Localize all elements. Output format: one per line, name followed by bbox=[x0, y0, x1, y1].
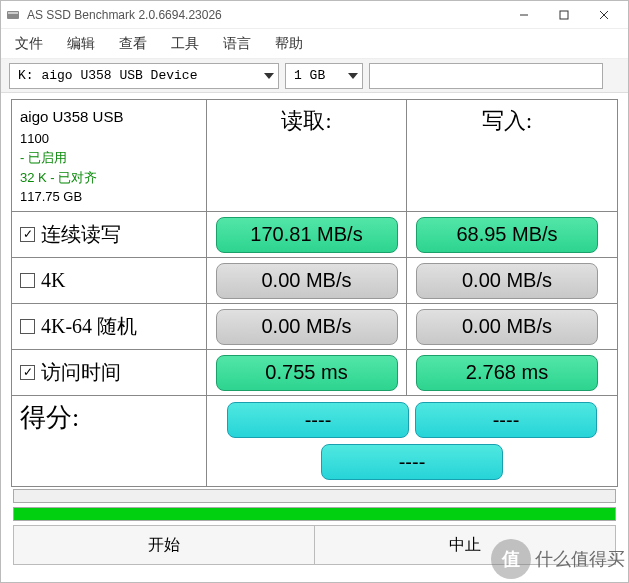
seq-checkbox[interactable]: ✓ bbox=[20, 227, 35, 242]
score-total: ---- bbox=[321, 444, 503, 480]
seq-label: 连续读写 bbox=[41, 221, 121, 248]
seq-write-value: 68.95 MB/s bbox=[416, 217, 598, 253]
menu-edit[interactable]: 编辑 bbox=[67, 35, 95, 53]
device-spec: 1100 bbox=[20, 129, 123, 149]
read-header: 读取: bbox=[207, 100, 407, 211]
minimize-button[interactable] bbox=[504, 2, 544, 28]
toolbar: K: aigo U358 USB Device 1 GB bbox=[1, 59, 628, 93]
chevron-down-icon bbox=[264, 68, 274, 83]
device-name: aigo U358 USB bbox=[20, 106, 123, 129]
device-info-cell: aigo U358 USB 1100 - 已启用 32 K - 已对齐 117.… bbox=[12, 100, 207, 211]
header-row: aigo U358 USB 1100 - 已启用 32 K - 已对齐 117.… bbox=[12, 100, 617, 212]
score-write: ---- bbox=[415, 402, 597, 438]
size-select-value: 1 GB bbox=[294, 68, 325, 83]
4k-write-value: 0.00 MB/s bbox=[416, 263, 598, 299]
window-title: AS SSD Benchmark 2.0.6694.23026 bbox=[27, 8, 504, 22]
device-alignment: 32 K - 已对齐 bbox=[20, 168, 123, 188]
access-checkbox[interactable]: ✓ bbox=[20, 365, 35, 380]
app-window: AS SSD Benchmark 2.0.6694.23026 文件 编辑 查看… bbox=[0, 0, 629, 583]
4k-checkbox[interactable] bbox=[20, 273, 35, 288]
svg-marker-7 bbox=[348, 73, 358, 79]
progress-bar-1 bbox=[13, 489, 616, 503]
results-grid: aigo U358 USB 1100 - 已启用 32 K - 已对齐 117.… bbox=[11, 99, 618, 487]
4k64-read-value: 0.00 MB/s bbox=[216, 309, 398, 345]
row-seq: ✓ 连续读写 170.81 MB/s 68.95 MB/s bbox=[12, 212, 617, 258]
device-status: - 已启用 bbox=[20, 148, 123, 168]
svg-rect-1 bbox=[8, 12, 18, 14]
chevron-down-icon bbox=[348, 68, 358, 83]
watermark-text: 什么值得买 bbox=[535, 547, 625, 571]
start-button[interactable]: 开始 bbox=[14, 526, 315, 564]
4k-read-value: 0.00 MB/s bbox=[216, 263, 398, 299]
menu-language[interactable]: 语言 bbox=[223, 35, 251, 53]
drive-select[interactable]: K: aigo U358 USB Device bbox=[9, 63, 279, 89]
score-row: 得分: ---- ---- ---- bbox=[12, 396, 617, 486]
4k64-checkbox[interactable] bbox=[20, 319, 35, 334]
path-input[interactable] bbox=[369, 63, 603, 89]
size-select[interactable]: 1 GB bbox=[285, 63, 363, 89]
4k64-write-value: 0.00 MB/s bbox=[416, 309, 598, 345]
row-4k: 4K 0.00 MB/s 0.00 MB/s bbox=[12, 258, 617, 304]
watermark-icon: 值 bbox=[491, 539, 531, 579]
4k-label: 4K bbox=[41, 269, 65, 292]
main-content: aigo U358 USB 1100 - 已启用 32 K - 已对齐 117.… bbox=[1, 93, 628, 582]
progress-bar-2 bbox=[13, 507, 616, 521]
row-access: ✓ 访问时间 0.755 ms 2.768 ms bbox=[12, 350, 617, 396]
drive-select-value: K: aigo U358 USB Device bbox=[18, 68, 197, 83]
access-read-value: 0.755 ms bbox=[216, 355, 398, 391]
menu-view[interactable]: 查看 bbox=[119, 35, 147, 53]
row-4k64: 4K-64 随机 0.00 MB/s 0.00 MB/s bbox=[12, 304, 617, 350]
svg-rect-3 bbox=[560, 11, 568, 19]
title-bar: AS SSD Benchmark 2.0.6694.23026 bbox=[1, 1, 628, 29]
write-header: 写入: bbox=[407, 100, 607, 211]
score-label: 得分: bbox=[12, 396, 207, 486]
menu-help[interactable]: 帮助 bbox=[275, 35, 303, 53]
app-icon bbox=[5, 7, 21, 23]
window-controls bbox=[504, 2, 624, 28]
watermark: 值 什么值得买 bbox=[491, 539, 625, 579]
menu-bar: 文件 编辑 查看 工具 语言 帮助 bbox=[1, 29, 628, 59]
score-read: ---- bbox=[227, 402, 409, 438]
seq-read-value: 170.81 MB/s bbox=[216, 217, 398, 253]
access-label: 访问时间 bbox=[41, 359, 121, 386]
access-write-value: 2.768 ms bbox=[416, 355, 598, 391]
menu-tools[interactable]: 工具 bbox=[171, 35, 199, 53]
maximize-button[interactable] bbox=[544, 2, 584, 28]
device-capacity: 117.75 GB bbox=[20, 187, 123, 207]
4k64-label: 4K-64 随机 bbox=[41, 313, 137, 340]
menu-file[interactable]: 文件 bbox=[15, 35, 43, 53]
close-button[interactable] bbox=[584, 2, 624, 28]
svg-marker-6 bbox=[264, 73, 274, 79]
